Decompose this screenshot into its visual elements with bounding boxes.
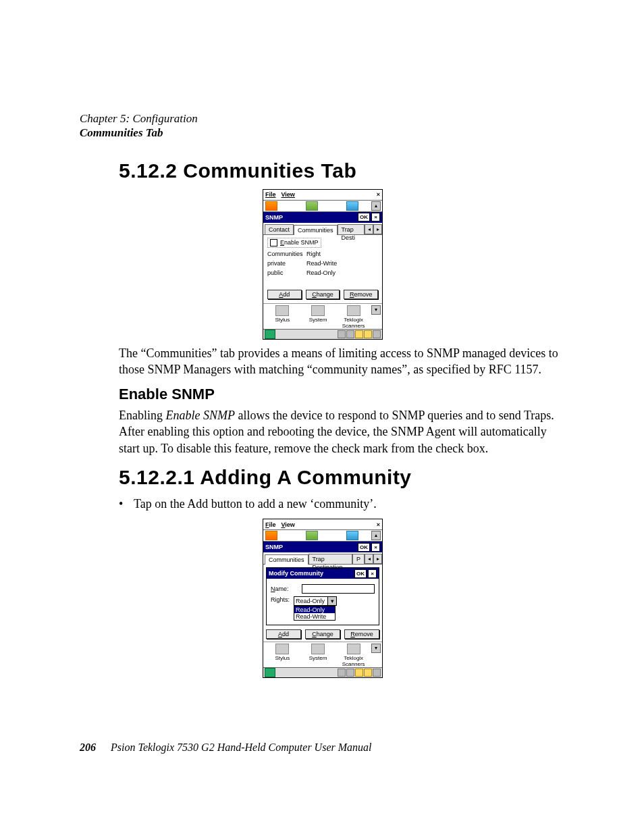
taskbar (263, 329, 382, 339)
menu-file[interactable]: File (265, 521, 276, 528)
option-read-write[interactable]: Read-Write (294, 613, 335, 620)
toolbar-icon-3[interactable] (346, 201, 358, 211)
scroll-down-icon[interactable]: ▾ (371, 305, 381, 315)
tab-scroll-left-icon[interactable]: ◂ (365, 224, 373, 234)
window-titlebar: SNMP OK × (263, 542, 382, 552)
tab-trap-destination[interactable]: Trap Desti (338, 224, 365, 234)
enable-snmp-checkbox[interactable]: Enable SNMP (267, 238, 321, 248)
toolbar: ▴ (263, 530, 382, 542)
titlebar-close-icon[interactable]: × (371, 543, 380, 552)
window-title: SNMP (265, 544, 283, 550)
ok-button[interactable]: OK (358, 543, 370, 552)
scroll-down-icon[interactable]: ▾ (371, 644, 381, 653)
icon-teklogix-scanners[interactable]: Teklogix Scanners (336, 305, 371, 329)
tab-pane: Enable SNMP Communities Right private Re… (263, 235, 382, 303)
name-input[interactable] (302, 584, 375, 594)
control-panel-icons: Stylus System Teklogix Scanners ▾ (263, 303, 382, 329)
tab-contact[interactable]: Contact (265, 224, 294, 234)
tabstrip: Contact Communities Trap Desti ◂ ▸ (263, 223, 382, 235)
tray-icon[interactable] (355, 669, 363, 677)
rights-dropdown-list[interactable]: Read-Only Read-Write (294, 606, 336, 621)
tray-icon[interactable] (338, 330, 346, 338)
icon-stylus[interactable]: Stylus (265, 644, 300, 667)
icon-teklogix-scanners[interactable]: Teklogix Scanners (336, 644, 371, 667)
tray-icon[interactable] (346, 330, 354, 338)
menubar: File View × (263, 519, 382, 530)
dialog-title: Modify Community (269, 570, 323, 577)
titlebar-close-icon[interactable]: × (371, 213, 380, 221)
tab-scroll-right-icon[interactable]: ▸ (373, 554, 382, 564)
toolbar-icon-1[interactable] (265, 201, 277, 211)
tray-icon[interactable] (364, 669, 372, 677)
toolbar: ▴ (263, 201, 382, 212)
icon-system[interactable]: System (300, 644, 336, 667)
tabstrip: Communities Trap Destination P ◂ ▸ (263, 552, 382, 565)
start-button-icon[interactable] (265, 330, 275, 339)
scroll-up-icon[interactable]: ▴ (371, 201, 381, 211)
section-line: Communities Tab (80, 126, 566, 140)
footer-title: Psion Teklogix 7530 G2 Hand-Held Compute… (111, 741, 372, 753)
tab-scroll-right-icon[interactable]: ▸ (373, 224, 382, 234)
checkbox-icon (270, 239, 277, 246)
screenshot-communities-tab: File View × ▴ SNMP OK × Contact Communit… (263, 189, 383, 340)
tab-communities[interactable]: Communities (265, 554, 308, 565)
tab-communities[interactable]: Communities (294, 225, 338, 235)
close-icon[interactable]: × (377, 191, 380, 198)
toolbar-icon-2[interactable] (306, 201, 318, 211)
remove-button[interactable]: Remove (344, 290, 378, 299)
toolbar-icon-1[interactable] (265, 531, 277, 540)
tray-icon[interactable] (373, 669, 381, 677)
tab-p[interactable]: P (352, 554, 365, 564)
option-read-only[interactable]: Read-Only (294, 606, 335, 613)
add-button[interactable]: Add (266, 629, 301, 639)
remove-button[interactable]: Remove (344, 629, 379, 639)
system-tray (338, 330, 381, 338)
scroll-up-icon[interactable]: ▴ (371, 531, 381, 540)
toolbar-icon-2[interactable] (306, 531, 318, 540)
rights-dropdown[interactable]: Read-Only ▾ (294, 596, 337, 606)
control-panel-icons: Stylus System Teklogix Scanners ▾ (263, 642, 382, 667)
body-paragraph: The “Communities” tab provides a means o… (119, 345, 566, 378)
icon-system[interactable]: System (300, 305, 336, 329)
heading-5-12-2: 5.12.2 Communities Tab (119, 159, 566, 182)
change-button[interactable]: Change (306, 290, 340, 299)
toolbar-icon-3[interactable] (346, 531, 358, 540)
page-number: 206 (80, 741, 96, 753)
name-label: Name: (271, 585, 298, 592)
tab-trap-destination[interactable]: Trap Destination (308, 554, 352, 564)
bullet-item: Tap on the Add button to add a new ‘comm… (134, 496, 566, 512)
window-titlebar: SNMP OK × (263, 212, 382, 223)
menu-view[interactable]: View (281, 521, 295, 528)
heading-enable-snmp: Enable SNMP (119, 386, 566, 403)
tray-icon[interactable] (346, 669, 354, 677)
page-footer: 206 Psion Teklogix 7530 G2 Hand-Held Com… (80, 741, 372, 754)
screenshot-modify-community: File View × ▴ SNMP OK × Communities Trap… (263, 519, 383, 678)
change-button[interactable]: Change (305, 629, 340, 639)
menu-file[interactable]: File (265, 191, 276, 198)
ok-button[interactable]: OK (354, 569, 367, 578)
ok-button[interactable]: OK (358, 213, 370, 221)
list-header: Communities Right (267, 251, 378, 257)
modify-community-dialog: Modify Community OK × Name: Rights: Read… (266, 567, 379, 625)
icon-stylus[interactable]: Stylus (265, 305, 300, 329)
menu-view[interactable]: View (281, 191, 295, 198)
tray-icon[interactable] (373, 330, 381, 338)
tab-pane: Modify Community OK × Name: Rights: Read… (263, 565, 382, 642)
tray-icon[interactable] (364, 330, 372, 338)
heading-5-12-2-1: 5.12.2.1 Adding A Community (119, 466, 566, 489)
close-icon[interactable]: × (377, 521, 380, 528)
body-paragraph: Enabling Enable SNMP allows the device t… (119, 407, 566, 457)
list-item[interactable]: private Read-Write (267, 260, 378, 267)
col-right: Right (306, 251, 378, 257)
add-button[interactable]: Add (267, 290, 302, 299)
tray-icon[interactable] (355, 330, 363, 338)
rights-label: Rights: (271, 596, 290, 603)
dialog-titlebar: Modify Community OK × (267, 568, 379, 579)
chevron-down-icon: ▾ (327, 597, 336, 605)
tray-icon[interactable] (338, 669, 346, 677)
window-title: SNMP (265, 214, 283, 221)
tab-scroll-left-icon[interactable]: ◂ (365, 554, 373, 564)
start-button-icon[interactable] (265, 668, 275, 677)
list-item[interactable]: public Read-Only (267, 269, 378, 276)
dialog-close-icon[interactable]: × (368, 569, 377, 578)
